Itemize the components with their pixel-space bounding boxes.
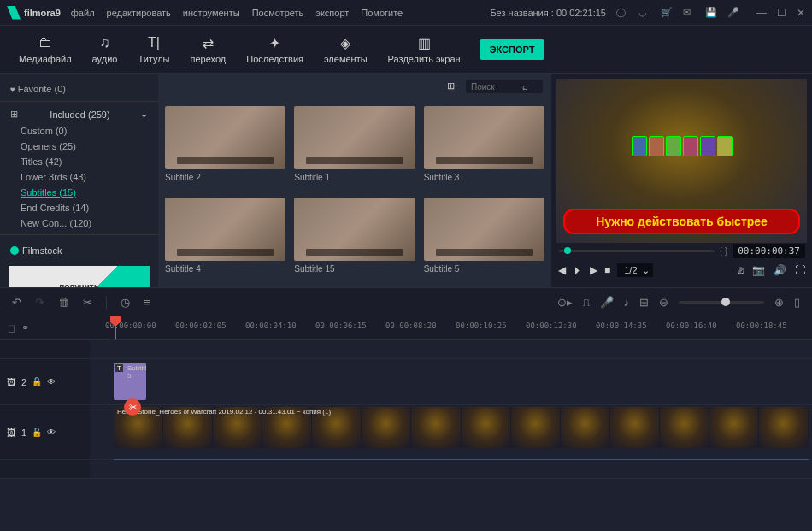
snapshot-icon[interactable]: 📷 <box>752 264 765 276</box>
search-icon[interactable]: ⌕ <box>522 81 528 91</box>
chevron-down-icon: ⌄ <box>140 109 148 120</box>
zoom-handle[interactable] <box>721 298 730 306</box>
sidebar-item-lower3rds[interactable]: Lower 3rds (43) <box>0 169 158 185</box>
sidebar-included-label: Included (259) <box>50 109 109 120</box>
expand-icon[interactable]: ⊞ <box>639 296 649 309</box>
scale-select[interactable]: 1/2⌄ <box>617 263 652 277</box>
thumb-item[interactable]: Subtitle 2 <box>165 106 285 189</box>
sidebar-filmstock[interactable]: Filmstock <box>0 240 158 261</box>
tab-audio[interactable]: ♫аудио <box>84 32 127 68</box>
sidebar-item-subtitles[interactable]: Subtitles (15) <box>0 185 158 200</box>
prev-frame-button[interactable]: ◀ <box>558 264 566 276</box>
fit-icon[interactable]: ▯ <box>794 296 800 309</box>
display-icon[interactable]: ⎚ <box>738 264 744 276</box>
lock-icon[interactable]: 🔓 <box>32 428 42 437</box>
titlebar: filmora9 файл редактировать инструменты … <box>0 0 812 26</box>
stop-button[interactable]: ■ <box>604 264 610 276</box>
render-icon[interactable]: ⊙▸ <box>557 296 573 309</box>
search-input[interactable] <box>471 82 522 91</box>
track-add-icon[interactable]: ⎕ <box>9 323 15 333</box>
split-icon[interactable]: ✂ <box>83 296 92 309</box>
split-icon: ▥ <box>418 35 431 50</box>
scissors-badge-icon[interactable]: ✂ <box>124 398 141 416</box>
settings-icon[interactable]: ≡ <box>144 296 150 309</box>
thumb-label: Subtitle 2 <box>165 173 285 182</box>
zoom-in-icon[interactable]: ⊕ <box>774 296 784 309</box>
mixer-icon[interactable]: ⎍ <box>583 296 590 309</box>
audio-icon[interactable]: ♪ <box>624 296 630 309</box>
thumb-label: Subtitle 5 <box>424 264 544 274</box>
marker-icon[interactable]: ◷ <box>121 296 130 309</box>
step-back-button[interactable]: ⏵ <box>573 264 583 276</box>
redo-icon[interactable]: ↷ <box>35 296 44 309</box>
volume-icon[interactable]: 🔊 <box>774 264 786 276</box>
track-spacer <box>0 340 812 359</box>
tab-media[interactable]: 🗀Медиафайл <box>10 32 80 68</box>
track-type-icon: 🖼 <box>7 428 16 438</box>
menu-view[interactable]: Посмотреть <box>252 8 304 18</box>
eye-icon[interactable]: 👁 <box>47 377 56 386</box>
link-icon[interactable]: ⚭ <box>21 322 29 333</box>
delete-icon[interactable]: 🗑 <box>58 296 69 309</box>
play-button[interactable]: ▶ <box>590 264 597 276</box>
preview-viewport[interactable]: Нужно действовать быстрее <box>556 79 807 243</box>
mail-icon[interactable]: ✉ <box>683 7 695 19</box>
title-clip[interactable]: T Subtitle 5 <box>114 363 146 400</box>
ruler-mark: 00:00:12:30 <box>526 322 577 330</box>
maximize-icon[interactable]: ☐ <box>777 7 786 19</box>
undo-icon[interactable]: ↶ <box>12 296 21 309</box>
tab-split[interactable]: ▥Разделить экран <box>380 32 469 68</box>
search-box[interactable]: ⌕ <box>466 80 543 93</box>
text-clip-icon: T <box>115 364 123 372</box>
scrub-handle[interactable] <box>564 247 571 254</box>
playhead[interactable] <box>115 316 116 339</box>
thumb-item[interactable]: Subtitle 5 <box>424 198 544 280</box>
thumb-preview <box>294 198 415 261</box>
tab-elements[interactable]: ◈элементы <box>315 32 376 68</box>
lock-icon[interactable]: 🔓 <box>32 377 42 386</box>
menu-tools[interactable]: инструменты <box>183 8 240 18</box>
track-body[interactable]: T Subtitle 5 ✂ <box>90 359 812 404</box>
braces-label: { } <box>720 246 727 256</box>
save-icon[interactable]: 💾 <box>705 7 717 19</box>
tab-effects[interactable]: ✦Последствия <box>238 32 312 68</box>
sidebar-item-custom[interactable]: Custom (0) <box>0 123 158 139</box>
thumb-item[interactable]: Subtitle 15 <box>294 198 415 280</box>
sidebar-item-openers[interactable]: Openers (25) <box>0 139 158 154</box>
thumb-item[interactable]: Subtitle 4 <box>165 198 285 280</box>
minimize-icon[interactable]: — <box>756 7 767 19</box>
grid-view-icon[interactable]: ⊞ <box>447 80 459 92</box>
zoom-slider[interactable] <box>679 301 764 304</box>
menu-help[interactable]: Помогите <box>361 8 403 18</box>
menu-export[interactable]: экспорт <box>315 8 349 18</box>
export-button[interactable]: ЭКСПОРТ <box>480 39 545 60</box>
tab-transition[interactable]: ⇄переход <box>182 32 235 68</box>
folder-icon: 🗀 <box>38 35 52 50</box>
zoom-out-icon[interactable]: ⊖ <box>659 296 668 309</box>
thumb-item[interactable]: Subtitle 3 <box>424 106 544 189</box>
tab-split-label: Разделить экран <box>388 54 461 64</box>
scrub-track[interactable] <box>558 250 715 252</box>
user-icon[interactable]: ◡ <box>638 7 650 19</box>
eye-icon[interactable]: 👁 <box>47 428 56 437</box>
menu-file[interactable]: файл <box>71 8 95 18</box>
promo-banner[interactable]: получить <box>9 266 150 287</box>
sidebar-included[interactable]: Included (259)⌄ <box>0 105 158 123</box>
tab-titles[interactable]: T|Титулы <box>129 32 178 68</box>
sidebar-favorite[interactable]: Favorite (0) <box>0 80 158 97</box>
mic-icon[interactable]: 🎤 <box>727 7 739 19</box>
sidebar-item-newcon[interactable]: New Con... (120) <box>0 215 158 231</box>
cart-icon[interactable]: 🛒 <box>661 7 673 19</box>
fullscreen-icon[interactable]: ⛶ <box>795 264 805 276</box>
info-icon[interactable]: ⓘ <box>616 7 628 19</box>
timeline-ruler[interactable]: ⎕ ⚭ 00:00:00:00 00:00:02:05 00:00:04:10 … <box>0 316 812 340</box>
thumb-item[interactable]: Subtitle 1 <box>294 106 415 189</box>
menu-edit[interactable]: редактировать <box>107 8 171 18</box>
sidebar-item-titles[interactable]: Titles (42) <box>0 154 158 169</box>
track-body[interactable]: HearthStone_Heroes of Warcraft 2019.02.1… <box>90 405 812 459</box>
chevron-down-icon: ⌄ <box>642 265 650 276</box>
record-icon[interactable]: 🎤 <box>600 296 614 309</box>
video-clip[interactable]: HearthStone_Heroes of Warcraft 2019.02.1… <box>114 407 809 448</box>
close-icon[interactable]: ✕ <box>797 7 805 19</box>
sidebar-item-endcredits[interactable]: End Credits (14) <box>0 200 158 215</box>
